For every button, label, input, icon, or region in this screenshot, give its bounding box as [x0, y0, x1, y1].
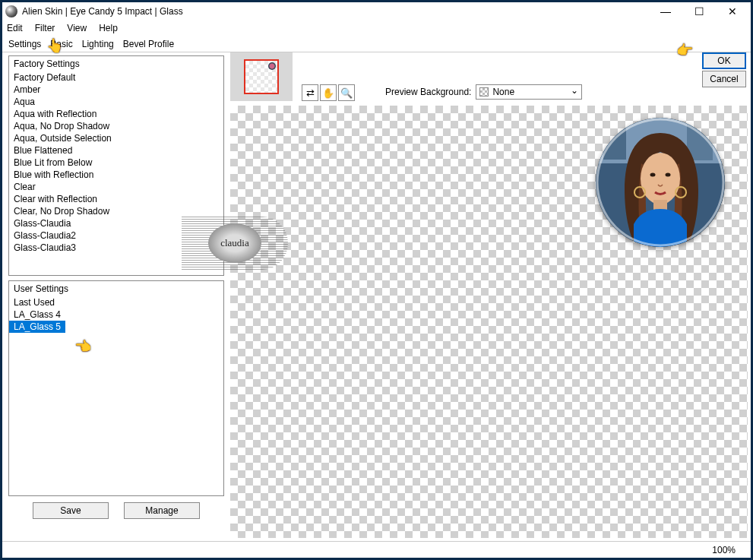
preview-thumbnail[interactable] [244, 59, 279, 94]
transparency-swatch-icon [479, 87, 489, 96]
list-item[interactable]: Glass-Claudia [9, 217, 223, 229]
save-button[interactable]: Save [33, 502, 109, 519]
tool-buttons: ⇄ ✋ 🔍 [302, 84, 355, 101]
list-item[interactable]: Last Used [9, 296, 223, 308]
svg-rect-3 [603, 122, 626, 160]
preview-image [596, 118, 725, 247]
user-settings-list[interactable]: User Settings Last Used LA_Glass 4 LA_Gl… [8, 280, 224, 496]
svg-point-5 [641, 153, 680, 204]
left-panel: Factory Settings Factory Default Amber A… [2, 52, 230, 541]
tab-basic[interactable]: Basic [50, 39, 72, 49]
list-item[interactable]: Clear with Reflection [9, 193, 223, 205]
factory-settings-list[interactable]: Factory Settings Factory Default Amber A… [8, 55, 224, 276]
list-item[interactable]: Aqua, No Drop Shadow [9, 120, 223, 132]
cancel-button[interactable]: Cancel [702, 71, 746, 87]
dialog-buttons: OK Cancel [702, 52, 746, 87]
preview-canvas[interactable] [230, 106, 748, 538]
app-icon [5, 5, 17, 17]
thumbnail-strip [230, 52, 293, 101]
list-item[interactable]: Glass-Claudia3 [9, 242, 223, 254]
list-item[interactable]: Clear, No Drop Shadow [9, 205, 223, 217]
list-item[interactable]: Factory Default [9, 71, 223, 84]
preview-toolbar: ⇄ ✋ 🔍 Preview Background: None OK Cancel [230, 52, 751, 106]
app-window: Alien Skin | Eye Candy 5 Impact | Glass … [0, 0, 753, 560]
zoom-tool-icon[interactable]: 🔍 [338, 84, 355, 101]
list-item[interactable]: Clear [9, 181, 223, 193]
titlebar: Alien Skin | Eye Candy 5 Impact | Glass … [2, 2, 751, 21]
list-item[interactable]: LA_Glass 4 [9, 308, 223, 321]
menu-filter[interactable]: Filter [35, 23, 55, 33]
preview-background-select[interactable]: None [476, 84, 582, 100]
menu-help[interactable]: Help [99, 23, 118, 33]
list-item[interactable]: Aqua [9, 96, 223, 108]
list-item[interactable]: Glass-Claudia2 [9, 229, 223, 242]
list-item[interactable]: Blue Flattened [9, 144, 223, 157]
preview-background-control: Preview Background: None [385, 84, 582, 100]
content-area: Factory Settings Factory Default Amber A… [2, 52, 751, 541]
window-controls: — ☐ ✕ [660, 5, 748, 17]
preview-background-label: Preview Background: [385, 87, 471, 97]
tab-bevel-profile[interactable]: Bevel Profile [123, 39, 174, 49]
list-item[interactable]: Amber [9, 84, 223, 96]
list-item-selected[interactable]: LA_Glass 5 [9, 321, 65, 333]
swap-tool-icon[interactable]: ⇄ [302, 84, 318, 101]
close-button[interactable]: ✕ [726, 5, 739, 17]
tab-settings[interactable]: Settings [8, 39, 41, 49]
menu-view[interactable]: View [67, 23, 87, 33]
svg-point-7 [666, 173, 671, 177]
factory-settings-header: Factory Settings [9, 56, 223, 71]
user-settings-header: User Settings [9, 281, 223, 296]
tab-lighting[interactable]: Lighting [82, 39, 114, 49]
list-item[interactable]: Aqua with Reflection [9, 108, 223, 120]
maximize-button[interactable]: ☐ [693, 5, 705, 17]
list-item[interactable]: Blue with Reflection [9, 169, 223, 181]
list-item[interactable]: Blue Lit from Below [9, 157, 223, 169]
right-panel: ⇄ ✋ 🔍 Preview Background: None OK Cancel [230, 52, 751, 541]
window-title: Alien Skin | Eye Candy 5 Impact | Glass [22, 6, 660, 17]
manage-button[interactable]: Manage [124, 502, 200, 519]
menubar: Edit Filter View Help [2, 21, 751, 36]
tabbar: Settings Basic Lighting Bevel Profile [2, 36, 751, 52]
list-item[interactable]: Aqua, Outside Selection [9, 132, 223, 144]
hand-tool-icon[interactable]: ✋ [320, 84, 337, 101]
menu-edit[interactable]: Edit [7, 23, 23, 33]
statusbar: 100% [2, 541, 751, 558]
svg-point-6 [650, 173, 656, 177]
minimize-button[interactable]: — [660, 5, 672, 17]
preview-background-value: None [492, 87, 514, 97]
settings-buttons: Save Manage [8, 502, 224, 519]
ok-button[interactable]: OK [702, 52, 746, 69]
zoom-level: 100% [712, 545, 736, 555]
